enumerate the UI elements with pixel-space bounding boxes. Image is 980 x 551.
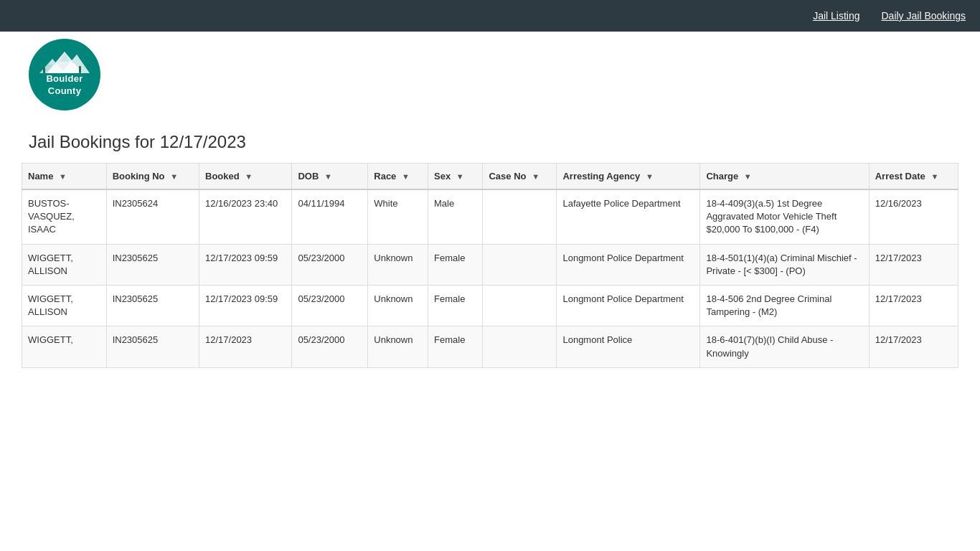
- table-row: WIGGETT, ALLISONIN230562512/17/2023 09:5…: [22, 244, 958, 285]
- svg-rect-7: [79, 66, 81, 73]
- booking-filter-icon[interactable]: ▼: [170, 172, 178, 181]
- cell-dob: 05/23/2000: [292, 244, 368, 285]
- cell-arrest_date: 12/17/2023: [869, 244, 958, 285]
- boulder-county-logo: BoulderCounty: [29, 39, 100, 110]
- cell-charge: 18-4-501(1)(4)(a) Criminal Mischief - Pr…: [700, 244, 869, 285]
- charge-filter-icon[interactable]: ▼: [744, 172, 752, 181]
- cell-arresting_agency: Lafayette Police Department: [557, 189, 700, 244]
- col-arrestdate-label: Arrest Date: [875, 171, 925, 182]
- cell-name: WIGGETT, ALLISON: [22, 244, 107, 285]
- col-booking-label: Booking No: [113, 171, 165, 182]
- caseno-filter-icon[interactable]: ▼: [532, 172, 540, 181]
- table-row: WIGGETT,IN230562512/17/202305/23/2000Unk…: [22, 326, 958, 367]
- jail-listing-link[interactable]: Jail Listing: [813, 10, 859, 22]
- col-charge-label: Charge: [706, 171, 738, 182]
- table-row: WIGGETT, ALLISONIN230562512/17/2023 09:5…: [22, 285, 958, 326]
- table-row: BUSTOS-VASQUEZ, ISAACIN230562412/16/2023…: [22, 189, 958, 244]
- booked-filter-icon[interactable]: ▼: [245, 172, 253, 181]
- top-nav: Jail Listing Daily Jail Bookings: [0, 0, 980, 32]
- col-dob-label: DOB: [298, 171, 319, 182]
- arrestdate-filter-icon[interactable]: ▼: [930, 172, 938, 181]
- cell-booking_no: IN2305625: [106, 326, 199, 367]
- cell-dob: 04/11/1994: [292, 189, 368, 244]
- dob-filter-icon[interactable]: ▼: [324, 172, 332, 181]
- cell-charge: 18-4-409(3)(a.5) 1st Degree Aggravated M…: [700, 189, 869, 244]
- cell-booked: 12/17/2023: [199, 326, 292, 367]
- col-header-dob[interactable]: DOB ▼: [292, 164, 368, 190]
- col-header-sex[interactable]: Sex ▼: [428, 164, 483, 190]
- cell-race: Unknown: [368, 285, 428, 326]
- col-agency-label: Arresting Agency: [562, 171, 640, 182]
- daily-jail-bookings-link[interactable]: Daily Jail Bookings: [882, 10, 966, 22]
- col-header-booking-no[interactable]: Booking No ▼: [106, 164, 199, 190]
- svg-rect-6: [43, 67, 45, 73]
- cell-arresting_agency: Longmont Police Department: [557, 285, 700, 326]
- cell-case_no: [483, 189, 557, 244]
- cell-dob: 05/23/2000: [292, 285, 368, 326]
- cell-race: White: [368, 189, 428, 244]
- col-header-charge[interactable]: Charge ▼: [700, 164, 869, 190]
- logo-text: BoulderCounty: [46, 73, 83, 98]
- col-header-arresting-agency[interactable]: Arresting Agency ▼: [557, 164, 700, 190]
- cell-booked: 12/17/2023 09:59: [199, 285, 292, 326]
- bookings-table: Name ▼ Booking No ▼ Booked ▼ DOB ▼ Race: [22, 163, 958, 368]
- cell-charge: 18-4-506 2nd Degree Criminal Tampering -…: [700, 285, 869, 326]
- cell-booking_no: IN2305624: [106, 189, 199, 244]
- header: BoulderCounty: [0, 32, 980, 110]
- col-header-arrest-date[interactable]: Arrest Date ▼: [869, 164, 958, 190]
- cell-arresting_agency: Longmont Police Department: [557, 244, 700, 285]
- cell-booked: 12/17/2023 09:59: [199, 244, 292, 285]
- race-filter-icon[interactable]: ▼: [402, 172, 410, 181]
- cell-sex: Male: [428, 189, 483, 244]
- page-title: Jail Bookings for 12/17/2023: [29, 132, 951, 152]
- cell-name: WIGGETT, ALLISON: [22, 285, 107, 326]
- cell-dob: 05/23/2000: [292, 326, 368, 367]
- cell-sex: Female: [428, 326, 483, 367]
- cell-sex: Female: [428, 244, 483, 285]
- col-sex-label: Sex: [434, 171, 451, 182]
- name-filter-icon[interactable]: ▼: [59, 172, 67, 181]
- cell-sex: Female: [428, 285, 483, 326]
- cell-case_no: [483, 244, 557, 285]
- mountain-icon: [39, 46, 90, 75]
- cell-booking_no: IN2305625: [106, 285, 199, 326]
- header-row: Name ▼ Booking No ▼ Booked ▼ DOB ▼ Race: [22, 164, 958, 190]
- col-name-label: Name: [28, 171, 53, 182]
- cell-arrest_date: 12/17/2023: [869, 326, 958, 367]
- agency-filter-icon[interactable]: ▼: [646, 172, 654, 181]
- col-header-name[interactable]: Name ▼: [22, 164, 107, 190]
- cell-name: BUSTOS-VASQUEZ, ISAAC: [22, 189, 107, 244]
- col-header-booked[interactable]: Booked ▼: [199, 164, 292, 190]
- cell-name: WIGGETT,: [22, 326, 107, 367]
- cell-booking_no: IN2305625: [106, 244, 199, 285]
- table-body: BUSTOS-VASQUEZ, ISAACIN230562412/16/2023…: [22, 189, 958, 367]
- col-header-race[interactable]: Race ▼: [368, 164, 428, 190]
- cell-race: Unknown: [368, 326, 428, 367]
- col-caseno-label: Case No: [489, 171, 526, 182]
- bookings-table-container: Name ▼ Booking No ▼ Booked ▼ DOB ▼ Race: [22, 163, 958, 368]
- sex-filter-icon[interactable]: ▼: [456, 172, 464, 181]
- cell-arrest_date: 12/16/2023: [869, 189, 958, 244]
- col-booked-label: Booked: [205, 171, 240, 182]
- cell-arrest_date: 12/17/2023: [869, 285, 958, 326]
- table-header: Name ▼ Booking No ▼ Booked ▼ DOB ▼ Race: [22, 164, 958, 190]
- cell-booked: 12/16/2023 23:40: [199, 189, 292, 244]
- cell-race: Unknown: [368, 244, 428, 285]
- cell-case_no: [483, 285, 557, 326]
- cell-charge: 18-6-401(7)(b)(I) Child Abuse - Knowingl…: [700, 326, 869, 367]
- cell-arresting_agency: Longmont Police: [557, 326, 700, 367]
- cell-case_no: [483, 326, 557, 367]
- col-header-case-no[interactable]: Case No ▼: [483, 164, 557, 190]
- col-race-label: Race: [374, 171, 396, 182]
